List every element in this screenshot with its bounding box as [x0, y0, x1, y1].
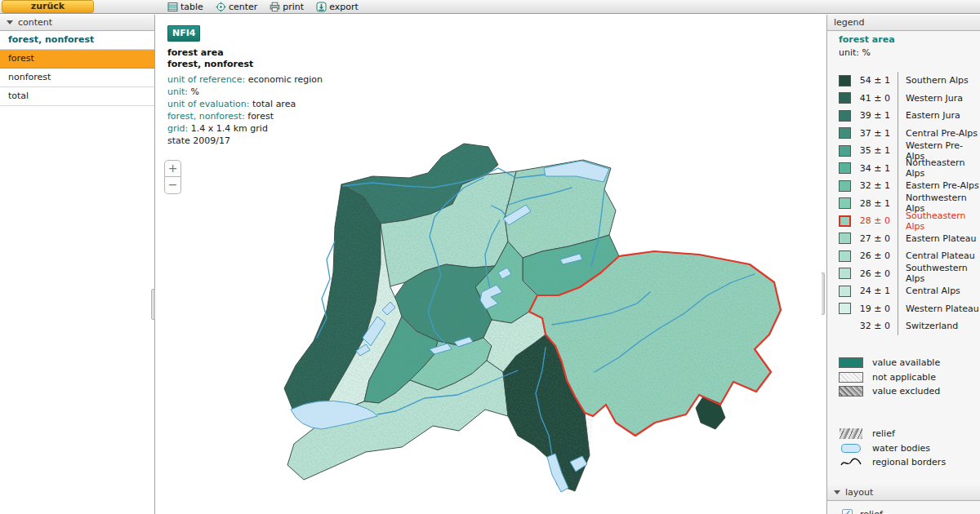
print-button-label: print — [283, 2, 304, 12]
sidebar-item-label: forest, nonforest — [8, 34, 94, 45]
layout-checkbox[interactable] — [842, 509, 853, 514]
regional-borders-label: regional borders — [872, 457, 946, 467]
water-bodies-icon — [839, 444, 863, 453]
metadata-label: grid: — [167, 123, 188, 134]
legend-region-name: Western Jura — [898, 90, 980, 108]
legend-entry[interactable]: 19 ± 0 Western Plateau — [827, 300, 980, 318]
availability-row: value available — [827, 356, 980, 370]
sidebar-item[interactable]: total — [0, 87, 154, 106]
legend-region-name: Southern Alps — [898, 72, 980, 90]
center-button[interactable]: center — [216, 2, 257, 12]
value-excluded-label: value excluded — [872, 386, 940, 397]
print-button[interactable]: print — [270, 2, 304, 12]
export-icon — [316, 2, 327, 12]
legend-entries: 54 ± 1 Southern Alps 41 ± 0 Western Jura… — [827, 72, 980, 335]
legend-value: 28 ± 0 — [853, 215, 890, 226]
legend-region-name: Northeastern Alps — [898, 160, 980, 178]
content-section-header[interactable]: content — [0, 15, 154, 31]
value-available-label: value available — [872, 357, 940, 368]
table-button[interactable]: table — [167, 2, 203, 12]
left-splitter-handle[interactable] — [151, 289, 155, 320]
table-icon — [167, 2, 178, 12]
legend-section-header: legend — [827, 15, 980, 31]
metadata-line: unit of reference: economic region — [167, 73, 323, 86]
back-button[interactable]: zurück — [2, 0, 94, 13]
legend-swatch — [839, 233, 851, 244]
legend-value: 54 ± 1 — [853, 75, 890, 86]
legend-availability: value available not applicable value exc… — [827, 356, 980, 399]
legend-entry[interactable]: 26 ± 0 Southwestern Alps — [827, 265, 980, 283]
water-bodies-label: water bodies — [872, 443, 930, 454]
sidebar-item[interactable]: nonforest — [0, 69, 154, 87]
symbol-row: water bodies — [827, 441, 980, 456]
sidebar-item-label: forest — [8, 53, 34, 64]
center-button-label: center — [229, 2, 257, 12]
availability-row: not applicable — [827, 370, 980, 385]
metadata-value: economic region — [248, 74, 323, 85]
legend-entry[interactable]: 28 ± 0 Southeastern Alps — [827, 212, 980, 230]
legend-swatch — [839, 145, 851, 157]
legend-swatch — [839, 250, 851, 262]
legend-swatch — [839, 303, 851, 314]
legend-map-symbols: relief water bodies regional borders — [827, 427, 980, 470]
metadata-label: forest, nonforest: — [167, 111, 245, 122]
not-applicable-swatch — [839, 372, 863, 383]
regional-borders-icon — [839, 457, 863, 468]
legend-value: 39 ± 1 — [853, 110, 890, 121]
legend-value: 32 ± 1 — [853, 180, 890, 191]
legend-region-name: Southeastern Alps — [898, 212, 980, 230]
content-sidebar: content forest, nonforest forest nonfore… — [0, 15, 155, 514]
toolbar-buttons: table center print export — [167, 0, 371, 14]
value-excluded-swatch — [839, 386, 863, 397]
metadata-value: 1.4 x 1.4 km grid — [191, 123, 268, 134]
metadata-label: unit of reference: — [167, 74, 245, 85]
map-area: NFI4 forest area forest, nonforest unit … — [156, 15, 822, 514]
legend-title: forest area — [839, 34, 895, 45]
legend-entry[interactable]: 39 ± 1 Eastern Jura — [827, 107, 980, 125]
value-available-swatch — [839, 357, 863, 368]
legend-swatch — [839, 110, 851, 122]
sidebar-item[interactable]: forest, nonforest — [0, 31, 154, 50]
legend-value: 37 ± 1 — [853, 128, 890, 139]
legend-entry[interactable]: 41 ± 0 Western Jura — [827, 90, 980, 108]
layout-option-row: relief — [827, 504, 980, 514]
legend-region-name: Central Alps — [898, 282, 980, 300]
metadata-label: unit of evaluation: — [167, 99, 249, 109]
export-button[interactable]: export — [316, 2, 359, 12]
zoom-in-button[interactable]: + — [164, 160, 181, 177]
not-applicable-label: not applicable — [872, 372, 936, 383]
legend-total-value: 32 ± 0 — [853, 321, 890, 331]
metadata-line: forest, nonforest: forest — [167, 110, 323, 122]
layout-section: layout — [827, 485, 980, 501]
legend-swatch — [839, 75, 851, 86]
legend-entry[interactable]: 34 ± 1 Northeastern Alps — [827, 160, 980, 178]
metadata-line: grid: 1.4 x 1.4 km grid — [167, 122, 323, 135]
zoom-out-button[interactable]: − — [164, 177, 181, 194]
collapse-icon — [7, 20, 13, 24]
legend-entry[interactable]: 54 ± 1 Southern Alps — [827, 72, 980, 90]
layout-option-label: relief — [860, 509, 883, 514]
layout-section-header[interactable]: layout — [827, 485, 980, 501]
collapse-icon — [834, 490, 840, 494]
legend-swatch — [839, 180, 851, 192]
symbol-row: relief — [827, 427, 980, 441]
sidebar-item[interactable]: forest — [0, 50, 154, 69]
relief-texture — [242, 135, 784, 498]
legend-panel: legend forest area unit: % 54 ± 1 Southe… — [826, 15, 980, 514]
legend-value: 27 ± 0 — [853, 233, 890, 244]
legend-entry[interactable]: 27 ± 0 Eastern Plateau — [827, 230, 980, 248]
legend-swatch — [839, 92, 851, 104]
print-icon — [270, 2, 280, 12]
relief-label: relief — [872, 428, 895, 439]
legend-swatch — [839, 197, 851, 209]
legend-value: 24 ± 1 — [853, 286, 890, 296]
legend-region-name: Eastern Plateau — [898, 230, 980, 248]
legend-entry[interactable]: 24 ± 1 Central Alps — [827, 282, 980, 300]
legend-value: 41 ± 0 — [853, 93, 890, 104]
legend-value: 19 ± 0 — [853, 304, 890, 314]
legend-region-name: Southwestern Alps — [898, 265, 980, 283]
legend-value: 34 ± 1 — [853, 163, 890, 174]
switzerland-map[interactable] — [242, 135, 784, 498]
legend-value: 28 ± 1 — [853, 198, 890, 209]
legend-value: 26 ± 0 — [853, 268, 890, 279]
